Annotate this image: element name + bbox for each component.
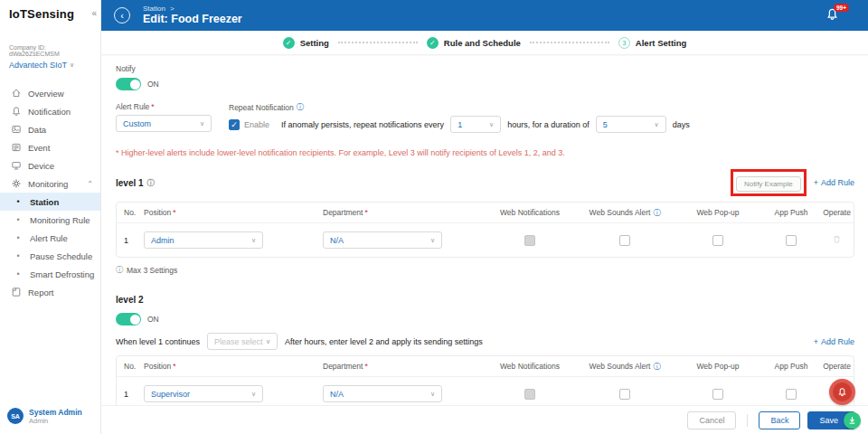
web-sounds-alert-checkbox[interactable] xyxy=(619,389,630,400)
repeat-text-3: days xyxy=(673,120,690,129)
sidebar-item-data[interactable]: Data xyxy=(0,120,100,138)
sidebar-item-alert-rule[interactable]: • Alert Rule xyxy=(0,229,100,247)
level2-title: level 2 xyxy=(116,295,144,305)
cancel-button[interactable]: Cancel xyxy=(687,411,736,429)
web-notifications-checkbox xyxy=(524,235,535,246)
sidebar-item-label: Event xyxy=(28,143,50,153)
level2-toggle[interactable] xyxy=(116,313,141,326)
divider xyxy=(747,414,748,427)
sidebar-item-report[interactable]: Report xyxy=(0,283,100,301)
notify-example-button[interactable]: Notify Example xyxy=(736,176,801,192)
step-label: Rule and Schedule xyxy=(444,38,521,48)
col-department: Department xyxy=(323,362,363,371)
step-alert-setting[interactable]: 3 Alert Setting xyxy=(618,37,686,49)
breadcrumb-separator: > xyxy=(170,5,175,13)
main-area: ‹ Station > Edit: Food Freezer 99+ ✓ Set… xyxy=(101,0,868,434)
chevron-down-icon: ∨ xyxy=(251,237,256,244)
chevron-down-icon: ∨ xyxy=(70,61,74,69)
sidebar-item-monitoring-rule[interactable]: • Monitoring Rule xyxy=(0,211,100,229)
enable-checkbox[interactable]: ✓ xyxy=(229,119,240,130)
repeat-text-1: If anomaly persists, repeat notification… xyxy=(281,120,444,129)
col-no: No. xyxy=(117,362,144,371)
level2-hours-select[interactable]: Please select ∨ xyxy=(207,333,278,350)
breadcrumb[interactable]: Station > xyxy=(143,5,242,13)
enable-label: Enable xyxy=(244,120,269,129)
add-rule-label: Add Rule xyxy=(821,337,854,346)
col-web-notifications: Web Notifications xyxy=(484,362,576,371)
bell-icon xyxy=(837,387,847,397)
position-select[interactable]: Admin∨ xyxy=(144,231,263,249)
bullet-icon: • xyxy=(13,215,24,224)
sidebar: IoTSensing « Company ID: dWa26ZsECMSM Ad… xyxy=(0,0,101,434)
sidebar-item-label: Notification xyxy=(28,107,71,117)
level2-hours-placeholder: Please select xyxy=(214,337,263,346)
required-mark: * xyxy=(151,102,154,111)
sidebar-item-overview[interactable]: Overview xyxy=(0,84,100,102)
plus-icon: + xyxy=(814,178,818,187)
add-rule-label: Add Rule xyxy=(821,178,854,187)
bullet-icon: • xyxy=(13,269,24,278)
level1-add-rule-link[interactable]: + Add Rule xyxy=(814,178,854,187)
step-connector xyxy=(530,42,609,43)
sidebar-item-smart-defrosting[interactable]: • Smart Defrosting xyxy=(0,265,100,283)
info-icon: ⓘ xyxy=(653,208,660,218)
position-select[interactable]: Supervisor∨ xyxy=(144,385,263,402)
sidebar-item-station[interactable]: • Station xyxy=(0,193,100,211)
level2-add-rule-link[interactable]: + Add Rule xyxy=(814,337,854,346)
col-web-sounds-alert: Web Sounds Alert xyxy=(590,362,651,371)
web-popup-checkbox[interactable] xyxy=(712,389,723,400)
step-rule-and-schedule[interactable]: ✓ Rule and Schedule xyxy=(427,37,521,49)
step-number: 3 xyxy=(618,37,630,49)
alert-rule-select[interactable]: Custom ∨ xyxy=(116,115,212,132)
notification-bell[interactable]: 99+ xyxy=(826,7,839,24)
app-push-checkbox[interactable] xyxy=(786,389,797,400)
step-setting[interactable]: ✓ Setting xyxy=(283,37,329,49)
tenant-switcher[interactable]: Advantech SIoT ∨ xyxy=(9,61,91,70)
footer-actions: Cancel Back Save xyxy=(101,405,868,434)
level2-toggle-state: ON xyxy=(147,315,159,324)
col-operate: Operate xyxy=(820,208,854,217)
page-header: ‹ Station > Edit: Food Freezer 99+ xyxy=(101,0,868,31)
info-icon: ⓘ xyxy=(147,178,155,188)
back-button-footer[interactable]: Back xyxy=(759,411,800,429)
row-no: 1 xyxy=(117,236,144,245)
level2-table: No. Position* Department* Web Notificati… xyxy=(116,355,854,405)
department-select[interactable]: N/A∨ xyxy=(323,231,442,249)
chevron-down-icon: ∨ xyxy=(251,391,256,398)
app-push-checkbox[interactable] xyxy=(786,235,797,246)
web-sounds-alert-checkbox[interactable] xyxy=(619,235,630,246)
sidebar-item-pause-schedule[interactable]: • Pause Schedule xyxy=(0,247,100,265)
step-label: Setting xyxy=(300,38,329,48)
user-profile[interactable]: SA System Admin Admin xyxy=(0,404,100,429)
bullet-icon: • xyxy=(13,233,24,242)
back-button[interactable]: ‹ xyxy=(114,7,130,24)
sidebar-item-device[interactable]: Device xyxy=(0,156,100,175)
sidebar-item-event[interactable]: Event xyxy=(0,138,100,156)
level2-condition-prefix: When level 1 continues xyxy=(116,337,200,346)
page-title: Edit: Food Freezer xyxy=(143,13,242,25)
col-app-push: App Push xyxy=(762,208,820,217)
level1-table: No. Position* Department* Web Notificati… xyxy=(116,202,854,258)
user-role: Admin xyxy=(29,417,82,425)
collapse-sidebar-icon[interactable]: « xyxy=(91,8,97,18)
required-mark: * xyxy=(364,208,367,217)
sidebar-item-monitoring[interactable]: Monitoring ⌃ xyxy=(0,175,100,193)
department-value: N/A xyxy=(330,236,344,245)
breadcrumb-station[interactable]: Station xyxy=(143,5,165,13)
caret-up-icon: ⌃ xyxy=(87,180,93,188)
sidebar-item-label: Device xyxy=(28,161,54,171)
info-icon: ⓘ xyxy=(116,265,123,275)
sidebar-item-notification[interactable]: Notification xyxy=(0,102,100,120)
chevron-down-icon: ∨ xyxy=(655,121,659,128)
sidebar-item-label: Station xyxy=(30,197,59,207)
department-select[interactable]: N/A∨ xyxy=(323,385,442,402)
repeat-days-select[interactable]: 5 ∨ xyxy=(596,116,666,133)
repeat-hours-select[interactable]: 1 ∨ xyxy=(450,116,501,133)
avatar: SA xyxy=(7,408,24,424)
level1-title: level 1 xyxy=(116,178,144,188)
position-value: Admin xyxy=(151,236,175,245)
notify-toggle[interactable] xyxy=(116,78,141,90)
alert-fab[interactable] xyxy=(829,379,855,405)
web-popup-checkbox[interactable] xyxy=(712,235,723,246)
download-fab[interactable] xyxy=(844,411,861,429)
